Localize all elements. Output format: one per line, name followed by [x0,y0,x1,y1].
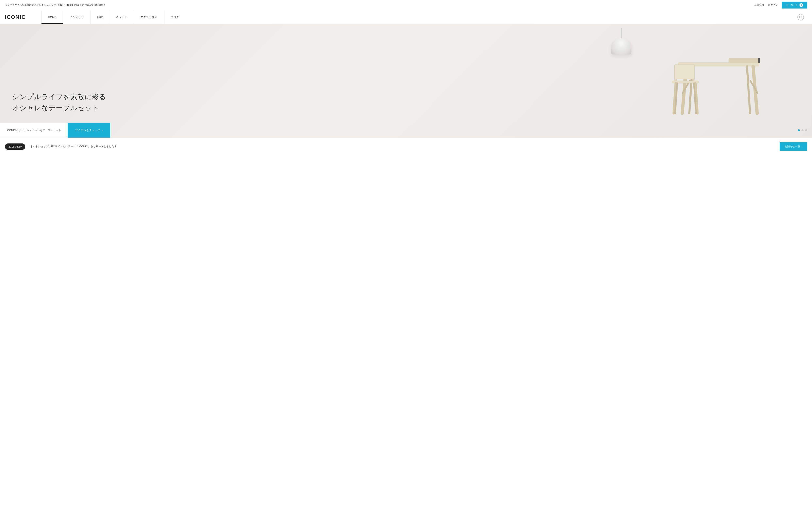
search-button[interactable] [794,10,807,24]
cart-count: 0 [800,3,803,7]
svg-rect-4 [758,58,760,62]
svg-rect-3 [729,58,759,63]
svg-line-8 [747,66,750,113]
news-more-button[interactable]: お知らせ一覧 › [780,142,807,151]
dot-2[interactable] [802,129,804,131]
nav-item-exterior[interactable]: エクステリア [134,10,164,24]
nav-item-zakka[interactable]: 雑貨 [90,10,109,24]
cart-button[interactable]: 🛒 カート 0 [782,2,807,8]
announcement-text: ライフスタイルを素敵に彩るセレクトショップICONIC。10,000円以上のご購… [5,3,106,7]
svg-line-1 [801,17,802,18]
register-link[interactable]: 会員登録 [754,3,764,7]
search-icon [798,14,804,20]
hero-dots [793,123,812,138]
hero-caption: ICONICオリジナル オシャレなテーブルセット [0,123,67,138]
cart-label: カート [790,3,798,7]
main-nav: ICONIC HOME インテリア 雑貨 キッチン エクステリア ブログ [0,10,812,24]
news-date: 2018.03.30 [5,143,25,150]
hero-cta-button[interactable]: アイテムをチェック › [67,123,110,138]
cart-icon: 🛒 [786,4,789,7]
nav-item-interior[interactable]: インテリア [63,10,90,24]
dot-3[interactable] [805,129,807,131]
nav-links: HOME インテリア 雑貨 キッチン エクステリア ブログ [41,10,794,24]
news-text: ネットショップ、ECサイト向けテーマ「ICONIC」をリリースしました！ [30,145,780,148]
news-bar: 2018.03.30 ネットショップ、ECサイト向けテーマ「ICONIC」をリリ… [0,138,812,155]
top-bar-right: 会員登録 ログイン 🛒 カート 0 [754,2,807,8]
nav-item-blog[interactable]: ブログ [164,10,185,24]
hero-bottom-bar: ICONICオリジナル オシャレなテーブルセット アイテムをチェック › [0,123,812,138]
nav-item-kitchen[interactable]: キッチン [109,10,134,24]
lamp-decoration [609,28,633,56]
svg-rect-14 [675,65,695,79]
nav-item-home[interactable]: HOME [41,10,63,24]
top-bar: ライフスタイルを素敵に彩るセレクトショップICONIC。10,000円以上のご購… [0,0,812,10]
hero-section: シンプルライフを素敵に彩る オシャレなテーブルセット ICONICオリジナル オ… [0,24,812,138]
hero-title: シンプルライフを素敵に彩る オシャレなテーブルセット [12,91,106,113]
logo[interactable]: ICONIC [5,10,41,24]
login-link[interactable]: ログイン [768,3,778,7]
dot-1[interactable] [798,129,800,131]
furniture-illustration [666,36,771,121]
